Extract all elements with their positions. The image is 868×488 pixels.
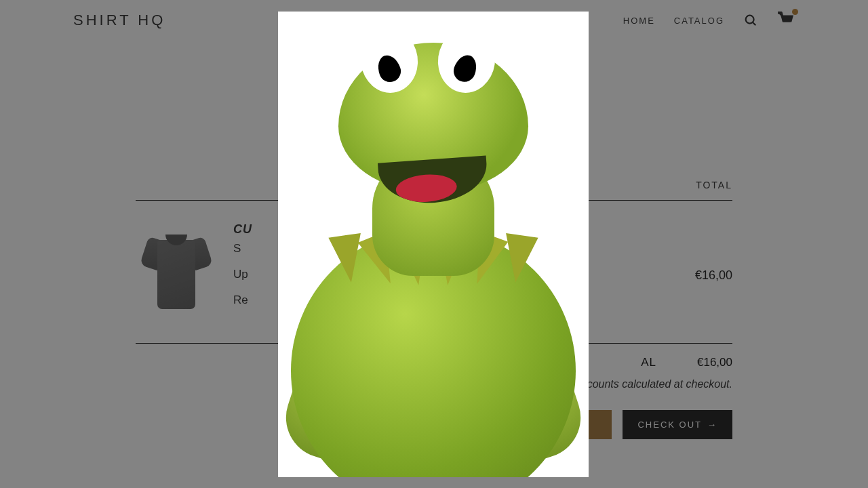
image-preview-modal[interactable] (278, 12, 589, 477)
uploaded-image-preview (278, 12, 589, 477)
